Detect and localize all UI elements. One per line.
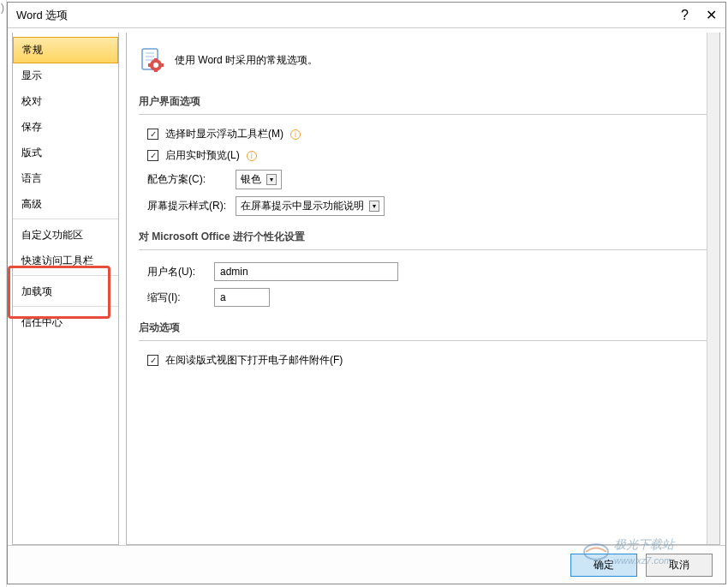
header-text: 使用 Word 时采用的常规选项。 [175, 53, 318, 68]
sidebar-item-trust-center[interactable]: 信任中心 [13, 310, 118, 336]
sidebar-item-addins[interactable]: 加载项 [13, 279, 118, 307]
svg-rect-8 [148, 63, 151, 67]
label-username: 用户名(U): [147, 265, 207, 279]
close-icon[interactable]: ✕ [706, 7, 717, 23]
sidebar-item-save[interactable]: 保存 [13, 115, 118, 141]
titlebar: Word 选项 ? ✕ [8, 3, 725, 28]
window-title: Word 选项 [16, 8, 68, 23]
checkbox-mini-toolbar[interactable] [147, 129, 158, 140]
watermark: 极光下载站 www.xz7.com [583, 537, 674, 566]
dropdown-color-scheme[interactable]: 银色 ▾ [236, 170, 282, 189]
sidebar-item-customize-ribbon[interactable]: 自定义功能区 [13, 223, 118, 249]
label-initials: 缩写(I): [147, 291, 207, 305]
section-startup: 启动选项 [139, 317, 707, 341]
sidebar-item-display[interactable]: 显示 [13, 63, 118, 89]
label-tooltip-style: 屏幕提示样式(R): [147, 199, 229, 213]
checkbox-open-attachments-reading[interactable] [147, 355, 158, 366]
sidebar-item-quick-access[interactable]: 快速访问工具栏 [13, 249, 118, 276]
label-live-preview: 启用实时预览(L) [165, 148, 240, 163]
help-icon[interactable]: ? [681, 8, 689, 23]
chevron-down-icon: ▾ [266, 174, 277, 185]
svg-point-10 [584, 544, 608, 560]
svg-rect-6 [154, 58, 158, 61]
sidebar: 常规 显示 校对 保存 版式 语言 高级 自定义功能区 快速访问工具栏 加载项 … [12, 33, 119, 545]
svg-point-5 [153, 63, 158, 68]
background-stub: ) [0, 0, 7, 587]
info-icon[interactable]: i [247, 151, 257, 161]
main-panel: 使用 Word 时采用的常规选项。 用户界面选项 选择时显示浮动工具栏(M) i… [126, 33, 720, 545]
label-color-scheme: 配色方案(C): [147, 172, 229, 187]
sidebar-item-language[interactable]: 语言 [13, 166, 118, 192]
general-options-icon [139, 46, 166, 74]
sidebar-item-proofing[interactable]: 校对 [13, 89, 118, 115]
section-personalize: 对 Microsoft Office 进行个性化设置 [139, 226, 707, 250]
svg-rect-7 [154, 69, 158, 72]
options-dialog: Word 选项 ? ✕ 常规 显示 校对 保存 版式 语言 高级 自定义功能区 … [7, 2, 726, 584]
info-icon[interactable]: i [290, 129, 301, 140]
sidebar-item-general[interactable]: 常规 [13, 37, 118, 63]
dialog-footer: 极光下载站 www.xz7.com 确定 取消 [8, 545, 725, 584]
label-open-attachments-reading: 在阅读版式视图下打开电子邮件附件(F) [165, 353, 343, 368]
input-username[interactable] [214, 262, 398, 281]
checkbox-live-preview[interactable] [147, 150, 158, 161]
chevron-down-icon: ▾ [369, 201, 379, 212]
section-ui-options: 用户界面选项 [139, 91, 707, 115]
svg-rect-9 [161, 63, 164, 67]
dropdown-tooltip-style[interactable]: 在屏幕提示中显示功能说明 ▾ [236, 196, 385, 216]
sidebar-item-layout[interactable]: 版式 [13, 141, 118, 166]
input-initials[interactable] [214, 288, 270, 307]
label-mini-toolbar: 选择时显示浮动工具栏(M) [165, 127, 283, 141]
sidebar-item-advanced[interactable]: 高级 [13, 192, 118, 219]
